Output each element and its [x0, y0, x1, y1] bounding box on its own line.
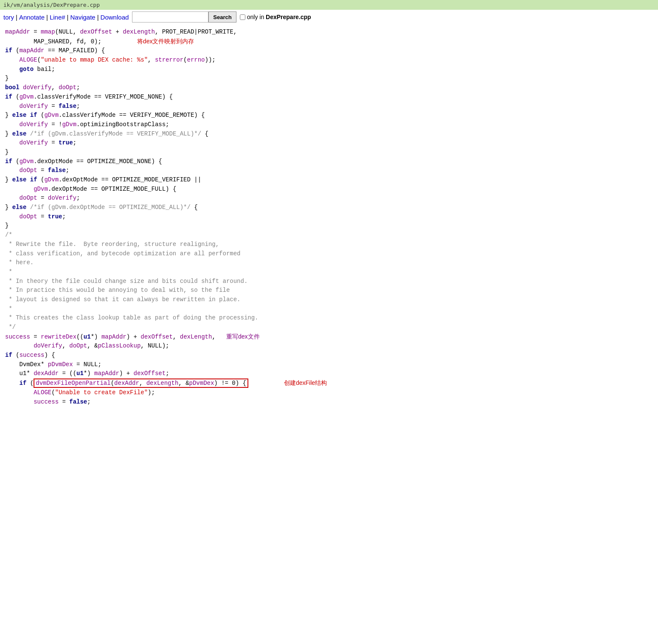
code-line: doVerify = !gDvm.optimizingBootstrapClas…	[5, 120, 658, 130]
code-line: bool doVerify, doOpt;	[5, 83, 658, 93]
nav-history[interactable]: tory	[3, 14, 14, 21]
nav-annotate[interactable]: Annotate	[19, 14, 45, 21]
code-line: * layout is designed so that it can alwa…	[5, 295, 658, 305]
code-line: if (gDvm.classVerifyMode == VERIFY_MODE_…	[5, 93, 658, 102]
code-line: *	[5, 305, 658, 314]
code-line: if (dvmDexFileOpenPartial(dexAddr, dexLe…	[5, 378, 658, 388]
nav-sep-1: |	[14, 14, 19, 21]
code-line: } else if (gDvm.dexOptMode == OPTIMIZE_M…	[5, 175, 658, 185]
code-line: ALOGE("Unable to create DexFile");	[5, 388, 658, 398]
nav-bar: tory | Annotate | Line# | Navigate | Dow…	[0, 10, 658, 24]
code-line: success = rewriteDex((u1*) mapAddr) + de…	[5, 332, 658, 351]
code-line: * This creates the class lookup table as…	[5, 314, 658, 323]
nav-sep-4: |	[96, 14, 101, 21]
code-line: gDvm.dexOptMode == OPTIMIZE_MODE_FULL) {	[5, 185, 658, 194]
code-line: goto bail;	[5, 65, 658, 74]
code-line: doOpt = doVerify;	[5, 194, 658, 203]
code-line: * here.	[5, 258, 658, 268]
only-in-checkbox[interactable]	[240, 14, 245, 20]
code-line: DvmDex* pDvmDex = NULL;	[5, 360, 658, 370]
code-area: mapAddr = mmap(NULL, dexOffset + dexLeng…	[0, 24, 658, 410]
code-line: * In theory the file could change size a…	[5, 277, 658, 286]
code-line: u1* dexAddr = ((u1*) mapAddr) + dexOffse…	[5, 369, 658, 378]
nav-navigate[interactable]: Navigate	[70, 14, 96, 21]
nav-sep-2: |	[45, 14, 50, 21]
nav-lineno[interactable]: Line#	[50, 14, 65, 21]
code-line: * Rewrite the file. Byte reordering, str…	[5, 240, 658, 249]
code-line: /*	[5, 231, 658, 240]
code-line: ALOGE("unable to mmap DEX cache: %s", st…	[5, 56, 658, 65]
code-line: if (success) {	[5, 351, 658, 360]
code-line: if (gDvm.dexOptMode == OPTIMIZE_MODE_NON…	[5, 157, 658, 167]
code-line: *	[5, 268, 658, 277]
nav-download[interactable]: Download	[101, 14, 129, 21]
code-line: } else /*if (gDvm.classVerifyMode == VER…	[5, 130, 658, 139]
code-line: doOpt = false;	[5, 166, 658, 175]
file-path: ik/vm/analysis/DexPrepare.cpp	[3, 2, 100, 8]
search-button[interactable]: Search	[208, 11, 236, 23]
file-name-label: DexPrepare.cpp	[266, 14, 311, 20]
code-line: */	[5, 323, 658, 332]
code-line: success = false;	[5, 398, 658, 407]
code-line: } else if (gDvm.classVerifyMode == VERIF…	[5, 111, 658, 120]
code-line: * In practice this would be annoying to …	[5, 286, 658, 295]
code-line: }	[5, 148, 658, 157]
code-line: doOpt = true;	[5, 212, 658, 222]
code-line: mapAddr = mmap(NULL, dexOffset + dexLeng…	[5, 28, 658, 46]
code-line: doVerify = true;	[5, 138, 658, 148]
code-line: }	[5, 221, 658, 231]
search-input[interactable]	[132, 11, 208, 23]
code-line: }	[5, 74, 658, 83]
code-line: if (mapAddr == MAP_FAILED) {	[5, 46, 658, 56]
top-bar: ik/vm/analysis/DexPrepare.cpp	[0, 0, 658, 10]
code-line: } else /*if (gDvm.dexOptMode == OPTIMIZE…	[5, 203, 658, 212]
code-line: doVerify = false;	[5, 102, 658, 111]
nav-sep-3: |	[65, 14, 70, 21]
only-in-label: only in DexPrepare.cpp	[247, 14, 311, 20]
code-line: * class verification, and bytecode optim…	[5, 249, 658, 259]
